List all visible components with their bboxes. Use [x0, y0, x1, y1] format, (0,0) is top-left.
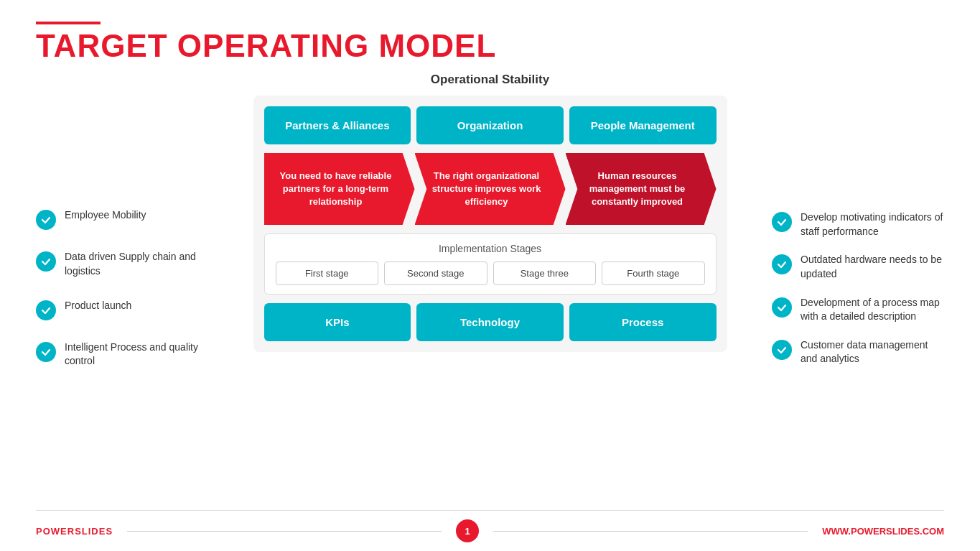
bottom-btn-2[interactable]: Process: [569, 303, 717, 341]
content-area: Employee MobilityData driven Supply chai…: [36, 73, 944, 504]
check-icon: [772, 254, 792, 274]
arrow-item-2: Human resources management must be const…: [566, 153, 717, 225]
footer-url: WWW.POWERSLIDES.COM: [822, 526, 944, 537]
stage-btn-1[interactable]: Second stage: [384, 261, 487, 285]
check-icon: [772, 340, 792, 360]
right-item-0: Develop motivating indicators of staff p…: [772, 210, 944, 239]
top-btn-0[interactable]: Partners & Alliances: [264, 106, 411, 144]
left-item-1: Data driven Supply chain and logistics: [36, 250, 208, 278]
impl-title: Implementation Stages: [276, 243, 705, 254]
implementation-box: Implementation Stages First stageSecond …: [264, 233, 717, 295]
left-item-text-2: Product launch: [65, 299, 131, 313]
check-icon: [36, 251, 56, 272]
left-item-text-1: Data driven Supply chain and logistics: [65, 250, 208, 278]
stage-btn-2[interactable]: Stage three: [493, 261, 597, 285]
footer-page-number: 1: [456, 519, 479, 542]
footer-line-right: [493, 531, 808, 532]
title-black: TARGET OPERATING: [36, 28, 378, 63]
check-icon: [36, 342, 56, 362]
check-icon: [772, 212, 792, 232]
right-sidebar: Develop motivating indicators of staff p…: [757, 73, 944, 504]
bottom-buttons-row: KPIsTechnologyProcess: [264, 303, 717, 341]
footer-brand-red: SLIDES: [75, 526, 113, 537]
footer-line-left: [127, 531, 442, 532]
check-icon: [36, 300, 56, 320]
arrow-item-1: The right organizational structure impro…: [415, 153, 566, 225]
top-btn-2[interactable]: People Management: [569, 106, 717, 144]
stages-row: First stageSecond stageStage threeFourth…: [276, 261, 705, 285]
arrow-shape-0: You need to have reliable partners for a…: [264, 153, 415, 225]
footer: POWERSLIDES 1 WWW.POWERSLIDES.COM: [36, 510, 944, 551]
arrows-section: You need to have reliable partners for a…: [264, 153, 717, 225]
left-sidebar: Employee MobilityData driven Supply chai…: [36, 73, 223, 504]
arrow-item-0: You need to have reliable partners for a…: [264, 153, 415, 225]
center-panel: Operational Stability Partners & Allianc…: [223, 73, 757, 504]
footer-brand: POWERSLIDES: [36, 526, 113, 537]
bottom-btn-0[interactable]: KPIs: [264, 303, 411, 341]
left-item-text-3: Intelligent Process and quality control: [65, 341, 208, 369]
right-item-2: Development of a process map with a deta…: [772, 296, 944, 324]
left-item-2: Product launch: [36, 299, 208, 320]
footer-brand-black: POWER: [36, 526, 75, 537]
right-item-text-3: Customer data management and analytics: [801, 338, 944, 366]
check-icon: [772, 297, 792, 318]
arrow-shape-2: Human resources management must be const…: [566, 153, 717, 225]
bottom-btn-1[interactable]: Technology: [416, 303, 564, 341]
stage-btn-0[interactable]: First stage: [276, 261, 379, 285]
red-line: [36, 22, 101, 24]
arrow-shape-1: The right organizational structure impro…: [415, 153, 566, 225]
left-item-3: Intelligent Process and quality control: [36, 341, 208, 369]
check-icon: [36, 210, 56, 230]
right-item-text-0: Develop motivating indicators of staff p…: [801, 210, 944, 239]
operational-stability-title: Operational Stability: [431, 73, 549, 87]
page-title: TARGET OPERATING MODEL: [36, 30, 944, 62]
top-buttons-row: Partners & AlliancesOrganizationPeople M…: [264, 106, 717, 144]
left-item-text-0: Employee Mobility: [65, 208, 146, 223]
right-item-3: Customer data management and analytics: [772, 338, 944, 366]
right-item-1: Outdated hardware needs to be updated: [772, 253, 944, 281]
stage-btn-3[interactable]: Fourth stage: [602, 261, 705, 285]
title-red: MODEL: [378, 28, 496, 63]
top-btn-1[interactable]: Organization: [416, 106, 564, 144]
main-container: TARGET OPERATING MODEL Employee Mobility…: [0, 0, 980, 551]
right-item-text-2: Development of a process map with a deta…: [801, 296, 944, 324]
left-item-0: Employee Mobility: [36, 208, 208, 230]
diagram-box: Partners & AlliancesOrganizationPeople M…: [253, 96, 727, 352]
right-item-text-1: Outdated hardware needs to be updated: [801, 253, 944, 281]
